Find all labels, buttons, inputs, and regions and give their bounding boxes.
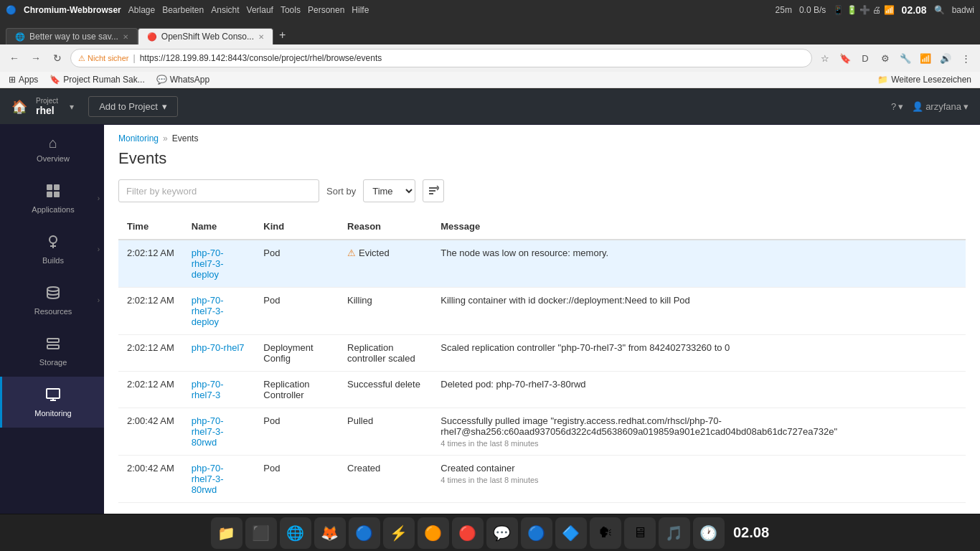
app-name: Chromium-Webbrowser bbox=[24, 5, 121, 15]
taskbar-item-terminal[interactable]: ⬛ bbox=[245, 517, 277, 549]
taskbar-item-browser1[interactable]: 🌐 bbox=[280, 517, 311, 549]
cell-kind: Deployment Config bbox=[255, 335, 339, 372]
overview-icon: ⌂ bbox=[49, 135, 57, 151]
tab-1[interactable]: 🌐 Better way to use sav... ✕ bbox=[6, 28, 138, 44]
extension-btn-3[interactable]: ⚙ bbox=[877, 50, 894, 67]
user-menu[interactable]: 👤 arzyfana ▾ bbox=[912, 101, 969, 112]
menu-personen[interactable]: Personen bbox=[308, 5, 344, 15]
project-dropdown-button[interactable]: ▾ bbox=[70, 102, 74, 112]
new-tab-button[interactable]: + bbox=[273, 26, 291, 44]
bookmark-whatsapp[interactable]: 💬 WhatsApp bbox=[154, 73, 212, 86]
filter-input[interactable] bbox=[118, 179, 319, 202]
bookmarks-bar: ⊞ Apps 🔖 Project Rumah Sak... 💬 WhatsApp… bbox=[0, 72, 980, 88]
taskbar-item-finder[interactable]: 🖥 bbox=[624, 517, 656, 549]
help-button[interactable]: ? ▾ bbox=[891, 101, 903, 112]
forward-button[interactable]: → bbox=[27, 50, 44, 67]
bookmark-project[interactable]: 🔖 Project Rumah Sak... bbox=[47, 73, 147, 86]
extension-btn-4[interactable]: 🔧 bbox=[897, 50, 914, 67]
cell-reason: Successful delete bbox=[339, 372, 432, 408]
taskbar-item-zapier[interactable]: ⚡ bbox=[383, 517, 415, 549]
taskbar-item-music[interactable]: 🎵 bbox=[659, 517, 690, 549]
menu-button[interactable]: ⋮ bbox=[957, 50, 974, 67]
bookmarks-more-button[interactable]: 📁 Weitere Lesezeichen bbox=[875, 73, 974, 86]
breadcrumb-parent[interactable]: Monitoring bbox=[118, 133, 159, 143]
bookmark-apps[interactable]: ⊞ Apps bbox=[6, 73, 41, 86]
home-icon[interactable]: 🏠 bbox=[11, 99, 27, 115]
cell-time: 2:02:12 AM bbox=[118, 335, 183, 372]
tab-bar: 🌐 Better way to use sav... ✕ 🔴 OpenShift… bbox=[0, 20, 980, 44]
extension-btn-2[interactable]: D bbox=[857, 50, 874, 67]
row-name-link[interactable]: php-70-rhel7-3-80rwd bbox=[192, 463, 224, 495]
menu-verlauf[interactable]: Verlauf bbox=[247, 5, 273, 15]
menu-ansicht[interactable]: Ansicht bbox=[211, 5, 239, 15]
project-selector[interactable]: Project rhel bbox=[36, 97, 58, 116]
taskbar-item-chat[interactable]: 💬 bbox=[486, 517, 518, 549]
browser-nav: ← → ↻ ⚠ Nicht sicher | https://128.199.8… bbox=[0, 44, 980, 72]
project-label: Project bbox=[36, 97, 58, 105]
message-text: Created container bbox=[440, 463, 514, 474]
taskbar-item-sublime[interactable]: 🟠 bbox=[418, 517, 449, 549]
cell-name[interactable]: php-70-rhel7 bbox=[183, 335, 255, 372]
table-row: 2:02:12 AMphp-70-rhel7Deployment ConfigR… bbox=[118, 335, 966, 372]
sidebar-item-builds[interactable]: Builds › bbox=[0, 224, 104, 275]
sidebar-item-resources[interactable]: Resources › bbox=[0, 275, 104, 326]
menu-ablage[interactable]: Ablage bbox=[128, 5, 155, 15]
reload-button[interactable]: ↻ bbox=[49, 50, 66, 67]
row-name-link[interactable]: php-70-rhel7-3 bbox=[192, 379, 224, 400]
cell-name[interactable]: php-70-rhel7-3-deploy bbox=[183, 288, 255, 335]
taskbar-item-qt[interactable]: 🔴 bbox=[452, 517, 484, 549]
menu-hilfe[interactable]: Hilfe bbox=[352, 5, 369, 15]
svg-rect-9 bbox=[47, 345, 59, 349]
sort-select[interactable]: Time Name Kind bbox=[363, 179, 415, 202]
add-to-project-button[interactable]: Add to Project ▾ bbox=[88, 96, 178, 117]
message-text: Successfully pulled image "registry.acce… bbox=[440, 415, 837, 437]
address-bar[interactable]: ⚠ Nicht sicher | https://128.199.89.142:… bbox=[70, 49, 812, 67]
cell-name[interactable]: php-70-rhel7-3-80rwd bbox=[183, 408, 255, 456]
svg-point-7 bbox=[47, 287, 59, 291]
taskbar-item-telegram[interactable]: 🔵 bbox=[521, 517, 552, 549]
row-name-link[interactable]: php-70-rhel7-3-80rwd bbox=[192, 415, 224, 448]
sidebar-item-storage[interactable]: Storage bbox=[0, 326, 104, 377]
username: arzyfana bbox=[925, 101, 961, 112]
cell-name[interactable]: php-70-rhel7-3-deploy bbox=[183, 240, 255, 288]
tab-2[interactable]: 🔴 OpenShift Web Conso... ✕ bbox=[138, 28, 273, 44]
back-button[interactable]: ← bbox=[6, 50, 23, 67]
col-time: Time bbox=[118, 214, 183, 240]
taskbar-item-files[interactable]: 📁 bbox=[211, 517, 242, 549]
cell-time: 2:02:12 AM bbox=[118, 288, 183, 335]
breadcrumb-separator: » bbox=[163, 133, 168, 143]
row-name-link[interactable]: php-70-rhel7-3-deploy bbox=[192, 248, 224, 280]
taskbar-item-voice[interactable]: 🗣 bbox=[590, 517, 621, 549]
sidebar-label-storage: Storage bbox=[39, 358, 67, 367]
menu-tools[interactable]: Tools bbox=[281, 5, 301, 15]
help-icon: ? bbox=[891, 101, 896, 112]
cell-name[interactable]: php-70-rhel7-3 bbox=[183, 372, 255, 408]
sidebar-item-monitoring[interactable]: Monitoring bbox=[0, 377, 104, 428]
svg-rect-0 bbox=[47, 184, 52, 190]
row-name-link[interactable]: php-70-rhel7-3-deploy bbox=[192, 295, 224, 327]
taskbar-item-firefox[interactable]: 🦊 bbox=[314, 517, 346, 549]
extension-btn-1[interactable]: 🔖 bbox=[837, 50, 854, 67]
taskbar-item-clock[interactable]: 🕐 bbox=[693, 517, 725, 549]
tab-2-close[interactable]: ✕ bbox=[258, 33, 264, 41]
cell-message: The node was low on resource: memory. bbox=[432, 240, 966, 288]
menu-bearbeiten[interactable]: Bearbeiten bbox=[162, 5, 204, 15]
taskbar-item-meet[interactable]: 🔷 bbox=[555, 517, 587, 549]
taskbar-item-chromium[interactable]: 🔵 bbox=[349, 517, 380, 549]
extension-btn-6[interactable]: 🔊 bbox=[937, 50, 954, 67]
search-icon[interactable]: 🔍 bbox=[934, 5, 945, 15]
extension-btn-5[interactable]: 📶 bbox=[917, 50, 934, 67]
resources-expand-icon: › bbox=[98, 296, 100, 304]
tab-1-icon: 🌐 bbox=[15, 32, 25, 42]
cell-time: 2:00:42 AM bbox=[118, 408, 183, 456]
message-text: The node was low on resource: memory. bbox=[440, 248, 608, 258]
os-topbar: 🔵 Chromium-Webbrowser Ablage Bearbeiten … bbox=[0, 0, 980, 20]
sidebar-item-overview[interactable]: ⌂ Overview bbox=[0, 125, 104, 173]
cell-name[interactable]: php-70-rhel7-3-80rwd bbox=[183, 456, 255, 503]
sidebar-item-applications[interactable]: Applications › bbox=[0, 173, 104, 224]
bookmark-star[interactable]: ☆ bbox=[816, 50, 834, 67]
row-name-link[interactable]: php-70-rhel7 bbox=[192, 342, 245, 353]
sort-order-button[interactable] bbox=[423, 179, 444, 202]
sub-message: 4 times in the last 8 minutes bbox=[440, 439, 957, 448]
tab-1-close[interactable]: ✕ bbox=[123, 33, 128, 41]
